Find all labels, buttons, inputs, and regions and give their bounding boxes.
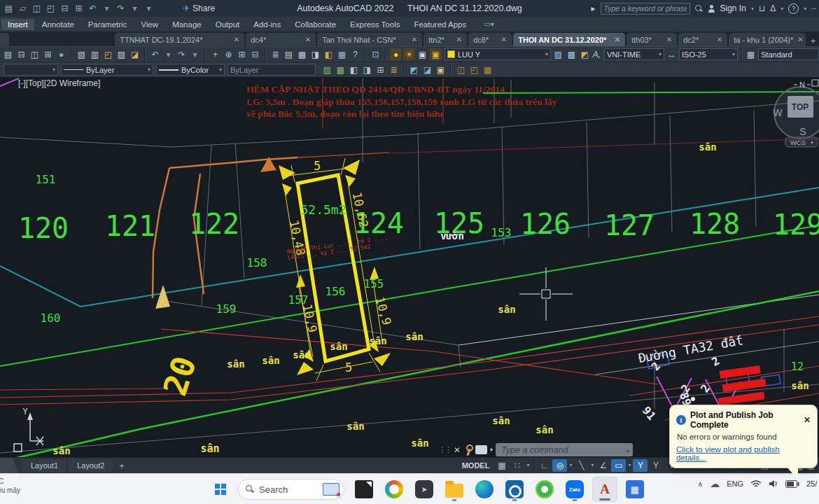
help-caret-icon[interactable]: ▾ [804, 6, 806, 12]
layer-unlock2-icon[interactable]: ▣ [435, 64, 447, 76]
object-snap-icon[interactable]: Y [633, 459, 648, 472]
table-style-icon[interactable]: ▦ [745, 48, 757, 60]
notification-close-icon[interactable]: ✕ [804, 415, 811, 425]
object-snap-tracking-icon[interactable]: ∠ [596, 459, 610, 472]
viewport-controls[interactable]: [-][Top][2D Wireframe] [18, 78, 100, 88]
zalo-icon[interactable]: Zalo [562, 477, 587, 502]
ribbon-tab-collaborate[interactable]: Collaborate [288, 19, 342, 30]
ortho-icon[interactable]: ∟ [537, 459, 552, 472]
ribbon-tab-view[interactable]: View [134, 19, 164, 30]
file-explorer-icon[interactable] [442, 477, 467, 502]
pan-icon[interactable]: + [209, 48, 221, 60]
layer-properties-icon[interactable]: ≣ [270, 48, 281, 60]
dim-style-dropdown[interactable]: ISO-25 ▾ [679, 48, 738, 60]
viewcube-south-label[interactable]: S [799, 126, 806, 137]
publish-icon[interactable]: ⊞ [42, 48, 54, 60]
file-tab-close-icon[interactable]: ✕ [797, 36, 803, 43]
keyword-search-input[interactable] [601, 3, 690, 15]
etransmit-icon[interactable]: ● [55, 48, 67, 60]
color-dropdown[interactable]: ▾ [4, 64, 58, 76]
open-icon[interactable]: ▱ [17, 3, 29, 15]
file-tab-ttnhat-dc-19-1-2024[interactable]: TTNHAT DC-19.1.2024*✕ [115, 33, 244, 46]
layer-make-object-icon[interactable]: ▨ [321, 64, 333, 76]
object-snap-3d-icon[interactable]: Y [648, 459, 663, 472]
layer-prev2-icon[interactable]: ◧ [348, 64, 360, 76]
layer-off-icon[interactable]: ▩ [566, 48, 578, 60]
text-style-icon[interactable]: A, [591, 48, 603, 60]
model-space-label[interactable]: MODEL [462, 461, 490, 470]
vport-freeze-icon[interactable]: ◫ [455, 64, 467, 76]
ribbon-tab-parametric[interactable]: Parametric [82, 19, 134, 30]
file-tab-tth03[interactable]: tth03*✕ [626, 33, 677, 46]
widgets-notebook-icon[interactable] [351, 477, 377, 502]
layer-dropdown[interactable]: LUU Y ▾ [444, 48, 551, 60]
redo-icon[interactable]: ↷ [176, 48, 188, 60]
copy-icon[interactable]: ◫ [29, 48, 41, 60]
layer-unlock-icon[interactable]: ▣ [416, 48, 428, 60]
app-store-cart-icon[interactable]: ⊔ [759, 4, 765, 13]
grid-display-icon[interactable]: ▦ [494, 459, 509, 472]
volume-icon[interactable] [769, 479, 778, 488]
command-history-up-icon[interactable]: ▴ [626, 447, 634, 454]
sign-in-button[interactable]: Sign In [720, 4, 746, 13]
file-tab-close-icon[interactable]: ✕ [501, 36, 507, 43]
text-style-dropdown[interactable]: VNI-TIME ▾ [604, 48, 664, 60]
ribbon-tab-manage[interactable]: Manage [166, 19, 208, 30]
layer-iso2-icon[interactable]: ◨ [361, 64, 373, 76]
taskbar-clock[interactable]: 25/ [806, 479, 818, 488]
edge-browser-icon[interactable] [472, 477, 497, 502]
status-caret-icon[interactable]: ▾ [525, 462, 531, 468]
signin-caret-icon[interactable]: ▾ [751, 6, 754, 12]
share-button[interactable]: ✈ Share [183, 4, 215, 13]
file-tab-dc8[interactable]: dc8*✕ [468, 33, 512, 46]
snap-mode-icon[interactable]: ∷ [510, 459, 524, 472]
layout-tab-layout2[interactable]: Layout2 [69, 459, 113, 472]
media-dark-app-icon[interactable] [412, 477, 437, 502]
file-tab-partial[interactable] [0, 33, 9, 46]
dim-style-icon[interactable]: ↔ [666, 48, 678, 60]
command-recent-caret-icon[interactable]: ▾ [490, 447, 493, 453]
autodesk-caret-icon[interactable]: ▾ [780, 6, 783, 12]
layer-thaw-sun-icon[interactable]: ☀ [403, 48, 415, 60]
copy-base-icon[interactable]: ▨ [115, 48, 127, 60]
command-wrench-icon[interactable] [463, 444, 472, 456]
file-tab-dc4[interactable]: dc4*✕ [246, 33, 316, 46]
paste-icon[interactable]: ◰ [102, 48, 114, 60]
model-tab-partial[interactable] [0, 458, 18, 473]
redo-caret-icon[interactable]: ▾ [189, 48, 201, 60]
ribbon-tab-featured-apps[interactable]: Featured Apps [407, 19, 472, 30]
plot-icon[interactable]: ⊟ [59, 3, 71, 15]
undo-caret-icon[interactable]: ▾ [101, 3, 113, 15]
redo-icon[interactable]: ↷ [115, 3, 127, 15]
command-drag-handle[interactable]: ⋮⋮ [438, 445, 451, 454]
status-caret-icon[interactable]: ▾ [589, 462, 595, 468]
linetype-dropdown[interactable]: ByLayer ▾ [61, 64, 153, 76]
ribbon-tab-annotate[interactable]: Annotate [36, 19, 80, 30]
status-caret-icon[interactable]: ▾ [568, 462, 573, 468]
wcs-caret-icon[interactable]: ▾ [811, 140, 813, 145]
file-tab-ta-khu-1-2004[interactable]: ta - khu 1 (2004)*✕ [729, 33, 806, 46]
undo-icon[interactable]: ↶ [149, 48, 161, 60]
help-icon[interactable]: ? [349, 48, 361, 60]
file-tab-ttn2[interactable]: ttn2*✕ [424, 33, 467, 46]
file-tab-tan-thoi-nhat-csn[interactable]: Tan Thoi Nhat - CSN*✕ [317, 33, 422, 46]
match-properties-icon[interactable]: ▧ [76, 48, 88, 60]
weather-widget[interactable]: °C iều mây [0, 477, 20, 495]
search-icon[interactable] [695, 5, 703, 13]
layer-previous-icon[interactable]: ◧ [323, 48, 335, 60]
layer-states-icon[interactable]: ▤ [283, 48, 295, 60]
undo-caret-icon[interactable]: ▾ [162, 48, 174, 60]
notification-link[interactable]: Click to view plot and publish details..… [676, 445, 811, 462]
wcs-dropdown[interactable]: WCS [790, 139, 806, 146]
ribbon-tab-add-ins[interactable]: Add-ins [247, 19, 287, 30]
dynamic-input-icon[interactable]: ▭ [611, 459, 626, 472]
vport-thaw-icon[interactable]: ◰ [468, 64, 480, 76]
ribbon-tab-insert[interactable]: Insert [1, 19, 34, 30]
layer-walk-icon[interactable]: ▦ [296, 48, 308, 60]
taskbar-search[interactable]: Search [238, 479, 344, 500]
file-tab-close-icon[interactable]: ✕ [666, 36, 672, 43]
zoom-window-icon[interactable]: ⊞ [236, 48, 248, 60]
layout-icon[interactable]: ▤ [2, 48, 14, 60]
command-recent-icon[interactable] [475, 445, 487, 454]
minimize-button[interactable]: – [811, 4, 816, 13]
